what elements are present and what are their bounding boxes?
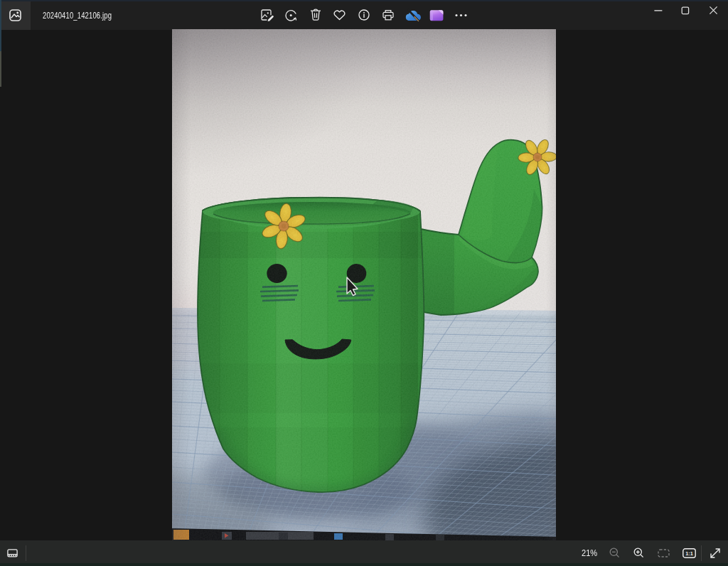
svg-text:1:1: 1:1 (685, 550, 693, 557)
